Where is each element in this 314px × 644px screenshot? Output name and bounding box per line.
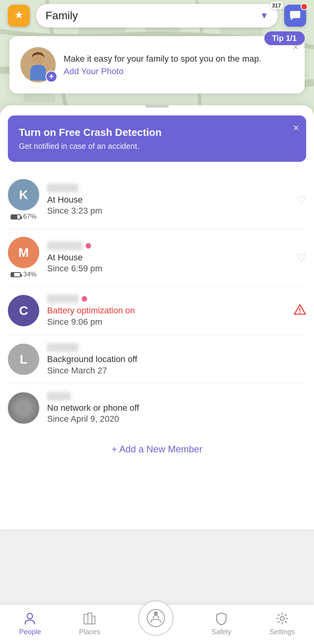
- member-list: K 67% At House Since 3:23 pm ♡: [0, 171, 314, 432]
- member-m-name-blur: [47, 242, 82, 250]
- notification-count: 317: [270, 2, 283, 9]
- member-l-since: Since March 27: [47, 366, 306, 376]
- battery-percent: 34%: [23, 271, 37, 278]
- member-photo-name-blur: [47, 392, 71, 401]
- chat-button-wrap: 317: [284, 5, 306, 27]
- nav-item-drive[interactable]: [138, 600, 173, 636]
- member-item[interactable]: No network or phone off Since April 9, 2…: [8, 384, 306, 432]
- member-c-avatar-wrap: C: [8, 295, 39, 326]
- svg-point-8: [27, 613, 33, 619]
- member-photo-info: No network or phone off Since April 9, 2…: [47, 392, 306, 424]
- svg-point-13: [154, 611, 158, 615]
- bottom-panel: Turn on Free Crash Detection Get notifie…: [0, 105, 314, 529]
- family-selector-dropdown[interactable]: Family ▼: [36, 4, 278, 27]
- member-m-heart-icon[interactable]: ♡: [296, 251, 306, 264]
- member-m-avatar-wrap: M 34%: [8, 237, 39, 278]
- svg-rect-9: [84, 615, 88, 624]
- member-k-heart-icon[interactable]: ♡: [296, 194, 306, 207]
- member-photo-avatar-wrap: [8, 392, 39, 424]
- chat-notification-dot: [301, 3, 308, 10]
- tip-card: + Make it easy for your family to spot y…: [9, 36, 305, 93]
- member-m-since: Since 6:59 pm: [47, 263, 288, 274]
- tip-add-photo-plus[interactable]: +: [46, 71, 57, 82]
- member-c-online-dot: [82, 296, 87, 302]
- nav-label-settings: Settings: [270, 628, 295, 636]
- battery-icon: [11, 214, 21, 220]
- member-c-name-blur: [47, 295, 78, 303]
- member-m-status: At House: [47, 252, 288, 264]
- member-k-battery: 67%: [11, 213, 37, 221]
- crash-banner-title: Turn on Free Crash Detection: [19, 126, 295, 139]
- bottom-navigation: People Places Safety Settings: [0, 605, 314, 644]
- member-c-warning-icon: [294, 303, 306, 318]
- member-k-avatar-wrap: K 67%: [8, 179, 39, 221]
- member-l-info: Background location off Since March 27: [47, 343, 306, 376]
- dropdown-chevron-icon: ▼: [260, 11, 268, 21]
- nav-item-places[interactable]: Places: [79, 611, 100, 636]
- family-dropdown-text: Family: [46, 9, 78, 22]
- member-k-since: Since 3:23 pm: [47, 206, 288, 216]
- nav-item-people[interactable]: People: [19, 611, 41, 636]
- member-photo-avatar: [8, 392, 39, 424]
- member-item[interactable]: C Battery optimization on Since 9:06 pm: [8, 287, 306, 335]
- member-l-avatar: L: [8, 344, 39, 375]
- tip-link-add-photo[interactable]: Add Your Photo: [64, 66, 294, 77]
- member-k-info: At House Since 3:23 pm: [47, 184, 288, 216]
- crash-detection-banner[interactable]: Turn on Free Crash Detection Get notifie…: [8, 115, 306, 162]
- add-member-button[interactable]: + Add a New Member: [0, 432, 314, 467]
- member-item[interactable]: K 67% At House Since 3:23 pm ♡: [8, 171, 306, 229]
- member-k-name-blur: [47, 184, 78, 192]
- tip-avatar-wrap: +: [20, 47, 56, 82]
- svg-rect-10: [88, 613, 92, 624]
- member-l-avatar-wrap: L: [8, 344, 39, 375]
- member-photo-since: Since April 9, 2020: [47, 414, 306, 424]
- battery-icon: [11, 272, 21, 277]
- member-item[interactable]: M 34% At House Since 6:59 pm: [8, 229, 306, 287]
- member-c-since: Since 9:06 pm: [47, 317, 286, 327]
- svg-point-14: [280, 617, 284, 620]
- nav-label-people: People: [19, 628, 41, 636]
- member-item[interactable]: L Background location off Since March 27: [8, 335, 306, 384]
- star-badge[interactable]: [8, 5, 30, 27]
- member-c-avatar: C: [8, 295, 39, 326]
- svg-rect-11: [92, 616, 95, 624]
- member-m-avatar: M: [8, 237, 39, 268]
- member-m-online-dot: [86, 243, 91, 249]
- member-m-battery: 34%: [11, 271, 37, 278]
- member-k-avatar: K: [8, 179, 39, 210]
- crash-banner-subtitle: Get notified in case of an accident.: [19, 142, 295, 151]
- tip-content: Make it easy for your family to spot you…: [64, 53, 294, 77]
- tip-badge: Tip 1/1: [264, 31, 305, 45]
- tip-main-text: Make it easy for your family to spot you…: [64, 54, 261, 64]
- nav-item-settings[interactable]: Settings: [270, 611, 295, 636]
- member-c-info: Battery optimization on Since 9:06 pm: [47, 295, 286, 327]
- crash-banner-close[interactable]: ×: [293, 122, 299, 134]
- member-k-status: At House: [47, 194, 288, 206]
- svg-point-7: [299, 312, 301, 313]
- drag-handle[interactable]: [145, 105, 169, 108]
- tip-section: Tip 1/1 + Make it easy for your family t…: [9, 31, 305, 93]
- top-bar: Family ▼ 317: [0, 0, 314, 31]
- member-m-info: At House Since 6:59 pm: [47, 242, 288, 274]
- member-l-status: Background location off: [47, 353, 306, 366]
- nav-item-safety[interactable]: Safety: [212, 611, 232, 636]
- member-c-status: Battery optimization on: [47, 305, 286, 317]
- battery-percent: 67%: [23, 213, 37, 221]
- nav-label-places: Places: [79, 628, 100, 636]
- member-photo-status: No network or phone off: [47, 402, 306, 414]
- member-l-name-blur: [47, 343, 78, 352]
- nav-label-safety: Safety: [212, 628, 232, 636]
